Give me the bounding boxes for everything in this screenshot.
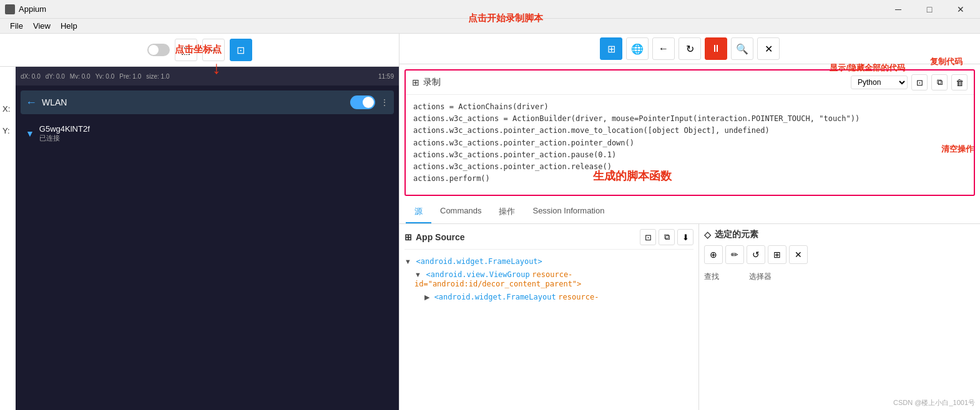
metric-yv: Yv: 0.0 — [96, 73, 115, 80]
swipe-tool-button[interactable]: → — [202, 39, 225, 61]
y-label: Y: — [0, 126, 16, 135]
globe-button[interactable]: 🌐 — [626, 37, 649, 60]
element-action-grid[interactable]: ⊞ — [768, 245, 786, 264]
device-metrics: dX: 0.0 dY: 0.0 Mv: 0.0 Yv: 0.0 Pre: 1.0… — [21, 73, 170, 80]
x-label: X: — [0, 104, 16, 114]
tree-arrow-2: ▼ — [414, 271, 421, 278]
metric-pre: Pre: 1.0 — [119, 73, 141, 80]
recording-controls: Python Java JavaScript Ruby C# ⊡ ⧉ 🗑 — [851, 74, 968, 90]
tap-tool-button[interactable]: ⊡ — [230, 39, 252, 61]
select-tool-button[interactable]: ⬚ — [175, 39, 197, 61]
code-line-6: actions.w3c_actions.pointer_action.relea… — [413, 161, 966, 173]
selector-label: 选择器 — [749, 271, 772, 282]
property-row: 查找 选择器 — [704, 271, 975, 282]
minimize-button[interactable]: ─ — [884, 0, 913, 19]
wifi-toggle-knob — [363, 97, 374, 108]
tab-bar: 源 Commands 操作 Session Information — [399, 201, 980, 224]
title-bar: Appium ─ □ ✕ — [0, 0, 980, 19]
code-line-1: actions = ActionChains(driver) — [413, 101, 966, 113]
device-time: 11:59 — [378, 73, 394, 80]
toggle[interactable] — [147, 44, 170, 56]
menu-file[interactable]: File — [5, 20, 28, 32]
tree-item-framelayout-2[interactable]: ▶ <android.widget.FrameLayout resource- — [424, 290, 693, 303]
menu-view[interactable]: View — [28, 20, 56, 32]
tab-commands[interactable]: Commands — [431, 201, 490, 223]
network-name: G5wg4KlNT2f — [39, 124, 90, 134]
expand-source-button[interactable]: ⊡ — [640, 229, 656, 245]
window-controls[interactable]: ─ □ ✕ — [884, 0, 975, 19]
switch-knob — [149, 45, 159, 55]
code-line-4: actions.w3c_actions.pointer_action.point… — [413, 137, 966, 149]
pause-record-button[interactable]: ⏸ — [705, 37, 727, 60]
clear-ops-button[interactable]: 🗑 — [951, 74, 968, 90]
metric-dy: dY: 0.0 — [46, 73, 65, 80]
recording-title: ⊞ 录制 — [412, 77, 441, 88]
recording-icon: ⊞ — [412, 77, 419, 87]
tree-arrow-1: ▼ — [404, 258, 411, 265]
tab-operations[interactable]: 操作 — [490, 201, 524, 223]
tree-node-2: <android.view.ViewGroup — [426, 270, 530, 279]
toggle-switch[interactable] — [147, 44, 170, 56]
device-content: ← WLAN ⋮ ▼ G5wg4KlNT2f 已连接 — [16, 85, 399, 153]
element-action-find[interactable]: ⊕ — [704, 245, 723, 264]
tree-item-viewgroup[interactable]: ▼ <android.view.ViewGroup resource-id="a… — [414, 268, 693, 290]
element-action-edit[interactable]: ✏ — [725, 245, 744, 264]
left-panel: ⬚ → ⊡ X: Y: dX: 0.0 dY: 0.0 Mv: 0.0 Yv: … — [0, 34, 399, 410]
grid-view-button[interactable]: ⊞ — [600, 37, 622, 60]
language-select[interactable]: Python Java JavaScript Ruby C# — [851, 76, 908, 89]
tree-node-3: <android.widget.FrameLayout — [434, 293, 556, 301]
menu-help[interactable]: Help — [56, 20, 82, 32]
wifi-menu-icon: ⋮ — [380, 97, 389, 107]
device-screen[interactable]: dX: 0.0 dY: 0.0 Mv: 0.0 Yv: 0.0 Pre: 1.0… — [16, 67, 399, 410]
metric-mv: Mv: 0.0 — [70, 73, 91, 80]
metric-size: size: 1.0 — [146, 73, 169, 80]
find-label: 查找 — [704, 271, 719, 282]
wifi-icon: ← — [26, 96, 37, 109]
code-line-7: actions.perform() — [413, 173, 966, 185]
app-source-panel: ⊞ App Source ⊡ ⧉ ⬇ ▼ <android.widget.Fra… — [399, 224, 699, 410]
code-area: actions = ActionChains(driver) actions.w… — [406, 95, 974, 195]
bottom-section: ⊞ App Source ⊡ ⧉ ⬇ ▼ <android.widget.Fra… — [399, 224, 980, 410]
source-icon: ⊞ — [404, 232, 412, 242]
network-item[interactable]: ▼ G5wg4KlNT2f 已连接 — [21, 119, 394, 148]
network-status: 已连接 — [39, 134, 90, 143]
app-source-title: ⊞ App Source — [404, 232, 465, 242]
recording-section: ⊞ 录制 Python Java JavaScript Ruby C# ⊡ ⧉ … — [404, 69, 975, 196]
wifi-network-icon: ▼ — [26, 129, 34, 139]
appium-icon — [5, 4, 15, 14]
app-title: Appium — [19, 4, 46, 14]
tree-item-framelayout[interactable]: ▼ <android.widget.FrameLayout> — [404, 255, 693, 268]
recording-header: ⊞ 录制 Python Java JavaScript Ruby C# ⊡ ⧉ … — [406, 71, 974, 95]
copy-code-button[interactable]: ⧉ — [931, 74, 948, 90]
app-source-header: ⊞ App Source ⊡ ⧉ ⬇ — [404, 229, 693, 250]
device-area: X: Y: dX: 0.0 dY: 0.0 Mv: 0.0 Yv: 0.0 Pr… — [0, 67, 399, 410]
watermark: CSDN @楼上小白_1001号 — [893, 398, 975, 408]
toolbar: ⬚ → ⊡ — [0, 34, 399, 67]
element-action-close[interactable]: ✕ — [789, 245, 808, 264]
tree-attr-3: resource- — [558, 293, 599, 301]
search-button[interactable]: 🔍 — [731, 37, 753, 60]
wifi-title: WLAN — [42, 97, 345, 107]
wifi-toggle[interactable] — [350, 95, 375, 109]
download-source-button[interactable]: ⬇ — [677, 229, 693, 245]
network-info: G5wg4KlNT2f 已连接 — [39, 124, 90, 143]
tab-session-info[interactable]: Session Information — [524, 201, 613, 223]
close-button[interactable]: ✕ — [946, 0, 975, 19]
selected-element-panel: ◇ 选定的元素 ⊕ ✏ ↺ ⊞ ✕ 查找 选择器 — [699, 224, 980, 410]
app-source-actions[interactable]: ⊡ ⧉ ⬇ — [640, 229, 693, 245]
back-button[interactable]: ← — [652, 37, 675, 60]
maximize-button[interactable]: □ — [915, 0, 944, 19]
device-metrics-bar: dX: 0.0 dY: 0.0 Mv: 0.0 Yv: 0.0 Pre: 1.0… — [16, 67, 399, 85]
tab-source[interactable]: 源 — [406, 201, 431, 223]
title-bar-left: Appium — [5, 4, 46, 14]
code-line-3: actions.w3c_actions.pointer_action.move_… — [413, 125, 966, 137]
refresh-button[interactable]: ↻ — [679, 37, 701, 60]
copy-source-button[interactable]: ⧉ — [659, 229, 675, 245]
element-action-row: ⊕ ✏ ↺ ⊞ ✕ — [704, 245, 975, 264]
tree-indent-1: ▼ <android.view.ViewGroup resource-id="a… — [404, 268, 693, 303]
tree-indent-2: ▶ <android.widget.FrameLayout resource- — [414, 290, 693, 303]
element-action-reset[interactable]: ↺ — [747, 245, 765, 264]
show-hide-code-button[interactable]: ⊡ — [911, 74, 928, 90]
stop-button[interactable]: ✕ — [757, 37, 780, 60]
right-panel: ⊞ 🌐 ← ↻ ⏸ 🔍 ✕ 点击开始录制脚本 ⊞ 录制 Python — [399, 34, 980, 410]
